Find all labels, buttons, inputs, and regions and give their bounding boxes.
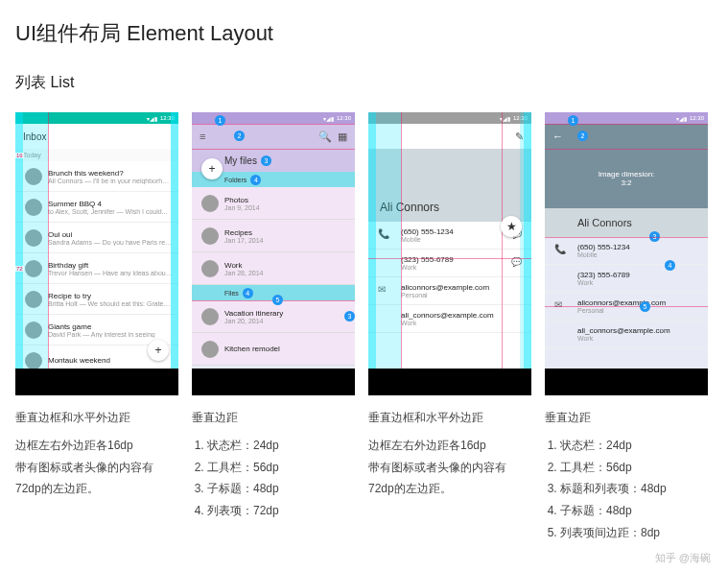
list-item[interactable]: Kitchen remodel <box>192 333 355 366</box>
fab-star[interactable]: ★ <box>501 216 522 237</box>
phone-files: ▾◢▮12:30 ≡🔍 ▦2 1 My files3 Folders4 Phot… <box>192 112 355 395</box>
page-title: UI组件布局 Element Layout <box>15 19 713 48</box>
grid-icon[interactable]: ▦ <box>338 131 347 142</box>
caption: 垂直边框和水平外边距 边框左右外边距各16dp 带有图标或者头像的内容有 72d… <box>15 407 178 500</box>
contact-row[interactable]: ali_connors@example.comWork <box>545 321 708 348</box>
menu-icon[interactable]: ≡ <box>200 131 205 142</box>
section-title: 列表 List <box>15 73 713 93</box>
email-icon: ✉ <box>554 299 562 310</box>
contact-name: Ali Connors <box>545 208 708 237</box>
list-item[interactable]: PhotosJan 9, 2014 <box>192 187 355 220</box>
phone-contact: ▾◢▮12:30 ✎ Ali Connors 📞(650) 555-1234Mo… <box>368 112 531 395</box>
phone-icon: 📞 <box>554 244 566 254</box>
search-icon[interactable]: 🔍 <box>318 131 332 142</box>
fab-compose[interactable]: + <box>148 340 169 361</box>
app-bar: ≡🔍 ▦2 <box>192 124 355 149</box>
caption: 垂直边距 状态栏：24dp工具栏：56dp标题和列表项：48dp子标题：48dp… <box>545 407 708 544</box>
back-icon[interactable]: ← <box>552 131 563 142</box>
contact-row[interactable]: 📞(650) 555-1234Mobile3 <box>545 237 708 265</box>
phone-inbox: ▾◢▮12:30 Inbox Today Brunch this weekend… <box>15 112 178 395</box>
list-item[interactable]: Vacation itineraryJan 20, 20143 <box>192 300 355 333</box>
list-item[interactable]: RecipesJan 17, 2014 <box>192 220 355 252</box>
contact-row[interactable]: (323) 555-6789Work <box>545 265 708 293</box>
caption: 垂直边框和水平外边距 边框左右外边距各16dp 带有图标或者头像的内容有 72d… <box>368 407 531 500</box>
caption: 垂直边距 状态栏：24dp工具栏：56dp子标题：48dp列表项：72dp <box>192 407 355 522</box>
watermark: 知乎 @海碗 <box>655 551 711 563</box>
fab-add[interactable]: + <box>201 158 223 179</box>
phone-contact-spec: ▾◢▮12:30 ←2 1 Image dimesion: 3:2 Ali Co… <box>545 112 708 395</box>
app-bar: ←2 <box>545 124 708 149</box>
list-item[interactable]: WorkJan 28, 2014 <box>192 252 355 285</box>
hero-image: Image dimesion: 3:2 <box>545 149 708 208</box>
